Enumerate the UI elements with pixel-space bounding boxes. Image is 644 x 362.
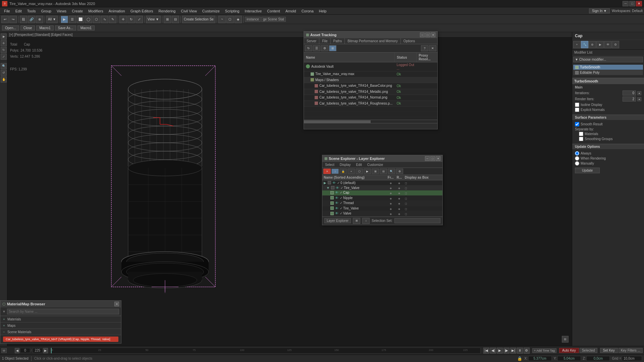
panel-tab-hierarchy[interactable]: ⊕ — [589, 41, 596, 48]
panel-tab-utilities[interactable]: ⚙ — [612, 41, 619, 48]
update-btn[interactable]: Update — [575, 168, 600, 173]
next-key-btn[interactable]: |▶ — [503, 348, 509, 354]
scene-row-default[interactable]: ▶ 👁 ✓ 0 (default) ◈ ◈ ◻ — [322, 180, 442, 185]
prev-frame-btn[interactable]: ◀ — [15, 348, 19, 353]
asset-view-btn[interactable]: ☰ — [313, 45, 320, 51]
mat-maps-section[interactable]: + Maps — [0, 322, 121, 329]
next-frame-btn[interactable]: ▶ — [43, 348, 48, 353]
select-filter[interactable]: All ▼ — [46, 16, 58, 23]
asset-row-vault[interactable]: Autodesk Vault Logged Out ... — [304, 62, 437, 71]
render-iters-up[interactable]: ▲ — [637, 97, 641, 101]
scene-expand-btn[interactable]: ⊞ — [372, 169, 379, 174]
lt-rotate-btn[interactable]: ↻ — [1, 47, 7, 53]
asset-list-btn[interactable]: ⊞ — [329, 45, 336, 51]
maximize-btn[interactable]: □ — [629, 1, 635, 6]
sign-in-btn[interactable]: Sign In ▼ — [589, 8, 610, 13]
rect-select-btn[interactable]: ⬜ — [77, 16, 84, 23]
vp-maximize-btn[interactable]: ⊞ — [562, 336, 569, 343]
scene-panel-header[interactable]: ⊞ Scene Explorer - Layer Explorer ─ □ ✕ — [322, 155, 442, 162]
menu-civil-view[interactable]: Civil View — [178, 8, 199, 14]
timeline-bar[interactable]: 0 25 50 75 100 125 150 175 200 225 — [51, 348, 481, 354]
mat-scene-materials-section[interactable]: − Scene Materials — [0, 329, 121, 335]
close-scene-btn[interactable]: Close — [20, 25, 35, 31]
panel-tab-display[interactable]: 👁 — [604, 41, 611, 48]
scene-footer-icon1[interactable]: ⊞ — [353, 218, 360, 224]
play-btn[interactable]: ▶ — [497, 348, 503, 354]
asset-row-file[interactable]: Tire_Valve_max_vray.max Ok — [304, 71, 437, 77]
scene-add-layer-btn[interactable]: + — [347, 169, 355, 174]
key-filters-btn[interactable]: Key Filters ... — [619, 348, 643, 353]
scene-edit-btn[interactable]: Edit — [354, 162, 365, 168]
menu-interactive[interactable]: Interactive — [242, 8, 265, 14]
menu-views[interactable]: Views — [54, 8, 69, 14]
go-end-btn[interactable]: ▶| — [510, 348, 516, 354]
scene-sync-btn[interactable]: ↕ — [331, 169, 339, 174]
auto-key-btn[interactable]: Auto Key — [559, 348, 579, 353]
add-time-tag-btn[interactable]: + Add Time Tag — [532, 348, 556, 353]
asset-row-base[interactable]: Car_tubeless_tyre_valve_TR414_BaseColor.… — [304, 83, 437, 89]
scene-maximize-btn[interactable]: □ — [430, 156, 435, 161]
menu-edit[interactable]: Edit — [13, 8, 24, 14]
scene-display-btn[interactable]: Display — [337, 162, 354, 168]
always-radio[interactable] — [575, 151, 579, 156]
menu-modifiers[interactable]: Modifiers — [86, 8, 106, 14]
asset-tab-server[interactable]: Server — [304, 38, 319, 44]
redo-btn[interactable]: ↪ — [9, 16, 17, 23]
undo-btn[interactable]: ↩ — [1, 16, 9, 23]
lt-move-btn[interactable]: ✛ — [1, 40, 7, 46]
lt-scale-btn[interactable]: ⤢ — [1, 54, 7, 60]
menu-content[interactable]: Content — [264, 8, 283, 14]
menu-graph-editors[interactable]: Graph Editors — [128, 8, 156, 14]
menu-customize[interactable]: Customize — [200, 8, 222, 14]
minimize-btn[interactable]: ─ — [623, 1, 629, 6]
mat-search-input[interactable] — [7, 309, 119, 314]
lt-zoom-btn[interactable]: 🔍 — [1, 63, 7, 69]
asset-maximize-btn[interactable]: □ — [425, 33, 430, 37]
scene-row-thread[interactable]: 👁 ✓ Thread ◈ ◈ ◻ — [322, 201, 442, 206]
asset-tab-paths[interactable]: Paths — [331, 38, 345, 44]
viewport[interactable]: [+] [Perspective] [Standard] [Edged Face… — [7, 32, 572, 346]
panel-tab-create[interactable]: + — [573, 41, 581, 48]
smooth-result-check[interactable] — [575, 122, 579, 126]
scale-btn[interactable]: ⤢ — [136, 16, 143, 23]
scene-row-cap[interactable]: 👁 ✓ Cap ◈ ◈ ◻ — [322, 190, 442, 196]
panel-tab-modify[interactable]: 🔧 — [581, 41, 588, 48]
lt-select-btn[interactable]: ▶ — [1, 34, 7, 40]
lt-pan-btn[interactable]: ✋ — [1, 76, 7, 82]
menu-tools[interactable]: Tools — [24, 8, 39, 14]
iterations-input[interactable] — [623, 90, 636, 96]
scene-footer-icon2[interactable]: ↕ — [362, 218, 370, 224]
scene-collapse-btn[interactable]: ⊟ — [380, 169, 387, 174]
asset-row-maps[interactable]: Maps / Shaders — [304, 77, 437, 83]
asset-panel-header[interactable]: ⊞ Asset Tracking ─ □ ✕ — [304, 32, 437, 38]
manually-radio[interactable] — [575, 161, 579, 166]
scene-move-layer-btn[interactable]: ▶ — [364, 169, 371, 174]
link-btn[interactable]: ⛓ — [20, 16, 27, 23]
time-config-btn[interactable]: ⚙ — [524, 348, 530, 354]
mat-panel-header[interactable]: ⬡ Material/Map Browser ✕ — [0, 301, 121, 307]
scene-row-tire-valve-layer[interactable]: ▼ 👁 ✓ Tire_Valve ◈ ◈ ◻ — [322, 185, 442, 190]
macro1-2-btn[interactable]: Macro1 — [77, 25, 95, 31]
scene-find-btn[interactable]: 🔍 — [388, 169, 395, 174]
save-as-btn[interactable]: Save As... — [55, 25, 76, 31]
materials-check[interactable] — [579, 132, 583, 136]
menu-create[interactable]: Create — [69, 8, 86, 14]
explicit-normals-check[interactable] — [575, 108, 579, 112]
menu-scripting[interactable]: Scripting — [222, 8, 242, 14]
lasso-select-btn[interactable]: ∿ — [101, 16, 108, 23]
menu-help[interactable]: Help — [316, 8, 329, 14]
mat-scene-item[interactable]: Car_tubeless_tyre_valve_TR414_MAT (VRayM… — [3, 337, 118, 342]
modifier-turbosmooth[interactable]: TurboSmooth — [573, 65, 643, 70]
smoothing-groups-check[interactable] — [579, 137, 583, 141]
asset-settings-btn[interactable]: ⚙ — [321, 45, 328, 51]
lt-orbit-btn[interactable]: ↺ — [1, 70, 7, 76]
asset-row-normal[interactable]: Car_tubeless_tyre_valve_TR414_Normal.png… — [304, 95, 437, 101]
mat-materials-section[interactable]: + Materials — [0, 316, 121, 322]
prev-key-btn[interactable]: ◀| — [490, 348, 496, 354]
lock-selection-btn[interactable]: 🔒 — [517, 356, 522, 361]
scene-customize-btn[interactable]: Customize — [365, 162, 386, 168]
select-name-btn[interactable]: ☰ — [69, 16, 76, 23]
mirror-btn[interactable]: ⊞ — [164, 16, 171, 23]
unlink-btn[interactable]: 🔗 — [28, 16, 35, 23]
scene-delete-btn[interactable]: ⬡ — [356, 169, 363, 174]
